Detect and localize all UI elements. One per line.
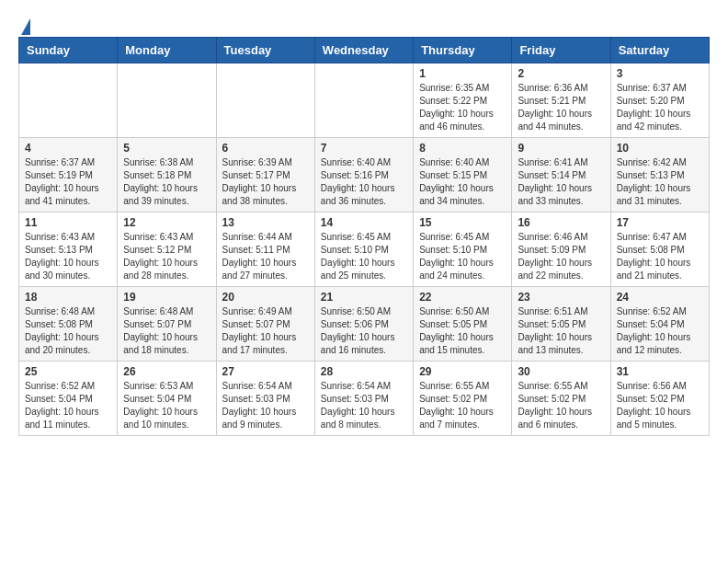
- calendar-cell: 19Sunrise: 6:48 AMSunset: 5:07 PMDayligh…: [118, 287, 216, 362]
- day-of-week-header: Thursday: [414, 38, 512, 63]
- day-number: 13: [222, 216, 309, 229]
- calendar-cell: 24Sunrise: 6:52 AMSunset: 5:04 PMDayligh…: [610, 287, 709, 362]
- day-number: 10: [617, 142, 703, 155]
- day-number: 21: [321, 291, 407, 304]
- day-info: Sunrise: 6:45 AMSunset: 5:10 PMDaylight:…: [321, 231, 407, 282]
- day-info: Sunrise: 6:48 AMSunset: 5:08 PMDaylight:…: [25, 305, 111, 357]
- calendar-cell: 8Sunrise: 6:40 AMSunset: 5:15 PMDaylight…: [414, 138, 512, 213]
- day-of-week-header: Saturday: [610, 38, 709, 63]
- day-number: 22: [419, 291, 506, 304]
- day-info: Sunrise: 6:44 AMSunset: 5:11 PMDaylight:…: [222, 231, 309, 282]
- day-number: 29: [419, 365, 506, 378]
- day-number: 24: [617, 291, 703, 304]
- calendar-cell: [216, 63, 314, 138]
- calendar-week-row: 4Sunrise: 6:37 AMSunset: 5:19 PMDaylight…: [19, 138, 710, 213]
- calendar-week-row: 25Sunrise: 6:52 AMSunset: 5:04 PMDayligh…: [19, 362, 710, 436]
- calendar-week-row: 11Sunrise: 6:43 AMSunset: 5:13 PMDayligh…: [19, 213, 710, 287]
- calendar-cell: 13Sunrise: 6:44 AMSunset: 5:11 PMDayligh…: [216, 213, 314, 287]
- day-number: 30: [518, 365, 604, 378]
- calendar-cell: 29Sunrise: 6:55 AMSunset: 5:02 PMDayligh…: [414, 362, 512, 436]
- calendar-cell: 3Sunrise: 6:37 AMSunset: 5:20 PMDaylight…: [610, 63, 709, 138]
- day-number: 3: [617, 67, 703, 80]
- calendar-cell: 15Sunrise: 6:45 AMSunset: 5:10 PMDayligh…: [414, 213, 512, 287]
- calendar-header-row: SundayMondayTuesdayWednesdayThursdayFrid…: [19, 38, 710, 63]
- calendar-cell: 1Sunrise: 6:35 AMSunset: 5:22 PMDaylight…: [414, 63, 512, 138]
- calendar-cell: 26Sunrise: 6:53 AMSunset: 5:04 PMDayligh…: [118, 362, 216, 436]
- calendar-cell: 20Sunrise: 6:49 AMSunset: 5:07 PMDayligh…: [216, 287, 314, 362]
- day-number: 1: [419, 67, 506, 80]
- day-number: 18: [25, 291, 111, 304]
- calendar-cell: [118, 63, 216, 138]
- calendar-cell: 11Sunrise: 6:43 AMSunset: 5:13 PMDayligh…: [19, 213, 118, 287]
- day-number: 25: [25, 365, 111, 378]
- calendar-cell: 25Sunrise: 6:52 AMSunset: 5:04 PMDayligh…: [19, 362, 118, 436]
- day-info: Sunrise: 6:37 AMSunset: 5:19 PMDaylight:…: [25, 156, 111, 208]
- day-info: Sunrise: 6:39 AMSunset: 5:17 PMDaylight:…: [222, 156, 309, 208]
- day-number: 16: [518, 216, 604, 229]
- calendar-cell: 6Sunrise: 6:39 AMSunset: 5:17 PMDaylight…: [216, 138, 314, 213]
- calendar-cell: 28Sunrise: 6:54 AMSunset: 5:03 PMDayligh…: [314, 362, 413, 436]
- calendar-cell: 22Sunrise: 6:50 AMSunset: 5:05 PMDayligh…: [414, 287, 512, 362]
- day-info: Sunrise: 6:48 AMSunset: 5:07 PMDaylight:…: [123, 305, 210, 357]
- day-info: Sunrise: 6:52 AMSunset: 5:04 PMDaylight:…: [25, 380, 111, 431]
- day-info: Sunrise: 6:36 AMSunset: 5:21 PMDaylight:…: [518, 82, 604, 133]
- day-info: Sunrise: 6:54 AMSunset: 5:03 PMDaylight:…: [222, 380, 309, 431]
- calendar-table: SundayMondayTuesdayWednesdayThursdayFrid…: [18, 37, 710, 436]
- calendar-cell: 27Sunrise: 6:54 AMSunset: 5:03 PMDayligh…: [216, 362, 314, 436]
- calendar-cell: 9Sunrise: 6:41 AMSunset: 5:14 PMDaylight…: [512, 138, 610, 213]
- day-info: Sunrise: 6:43 AMSunset: 5:12 PMDaylight:…: [123, 231, 210, 282]
- logo: [18, 18, 30, 29]
- day-number: 15: [419, 216, 506, 229]
- day-info: Sunrise: 6:55 AMSunset: 5:02 PMDaylight:…: [518, 380, 604, 431]
- calendar-cell: 14Sunrise: 6:45 AMSunset: 5:10 PMDayligh…: [314, 213, 413, 287]
- calendar-cell: 2Sunrise: 6:36 AMSunset: 5:21 PMDaylight…: [512, 63, 610, 138]
- day-info: Sunrise: 6:43 AMSunset: 5:13 PMDaylight:…: [25, 231, 111, 282]
- day-info: Sunrise: 6:53 AMSunset: 5:04 PMDaylight:…: [123, 380, 210, 431]
- logo-arrow-icon: [21, 18, 30, 35]
- day-number: 9: [518, 142, 604, 155]
- day-number: 5: [123, 142, 210, 155]
- day-of-week-header: Friday: [512, 38, 610, 63]
- day-number: 11: [25, 216, 111, 229]
- calendar-cell: 5Sunrise: 6:38 AMSunset: 5:18 PMDaylight…: [118, 138, 216, 213]
- day-info: Sunrise: 6:45 AMSunset: 5:10 PMDaylight:…: [419, 231, 506, 282]
- day-info: Sunrise: 6:56 AMSunset: 5:02 PMDaylight:…: [617, 380, 703, 431]
- day-number: 23: [518, 291, 604, 304]
- calendar-cell: 31Sunrise: 6:56 AMSunset: 5:02 PMDayligh…: [610, 362, 709, 436]
- day-number: 14: [321, 216, 407, 229]
- day-info: Sunrise: 6:42 AMSunset: 5:13 PMDaylight:…: [617, 156, 703, 208]
- calendar-cell: 30Sunrise: 6:55 AMSunset: 5:02 PMDayligh…: [512, 362, 610, 436]
- day-of-week-header: Monday: [118, 38, 216, 63]
- day-info: Sunrise: 6:47 AMSunset: 5:08 PMDaylight:…: [617, 231, 703, 282]
- day-number: 26: [123, 365, 210, 378]
- calendar-week-row: 18Sunrise: 6:48 AMSunset: 5:08 PMDayligh…: [19, 287, 710, 362]
- day-number: 17: [617, 216, 703, 229]
- calendar-cell: 21Sunrise: 6:50 AMSunset: 5:06 PMDayligh…: [314, 287, 413, 362]
- calendar-cell: 16Sunrise: 6:46 AMSunset: 5:09 PMDayligh…: [512, 213, 610, 287]
- day-info: Sunrise: 6:35 AMSunset: 5:22 PMDaylight:…: [419, 82, 506, 133]
- day-number: 2: [518, 67, 604, 80]
- day-number: 7: [321, 142, 407, 155]
- day-info: Sunrise: 6:49 AMSunset: 5:07 PMDaylight:…: [222, 305, 309, 357]
- day-info: Sunrise: 6:38 AMSunset: 5:18 PMDaylight:…: [123, 156, 210, 208]
- day-number: 8: [419, 142, 506, 155]
- day-number: 4: [25, 142, 111, 155]
- page-header: [18, 18, 710, 29]
- calendar-cell: 18Sunrise: 6:48 AMSunset: 5:08 PMDayligh…: [19, 287, 118, 362]
- day-info: Sunrise: 6:51 AMSunset: 5:05 PMDaylight:…: [518, 305, 604, 357]
- day-info: Sunrise: 6:40 AMSunset: 5:16 PMDaylight:…: [321, 156, 407, 208]
- day-number: 12: [123, 216, 210, 229]
- calendar-cell: 17Sunrise: 6:47 AMSunset: 5:08 PMDayligh…: [610, 213, 709, 287]
- day-info: Sunrise: 6:55 AMSunset: 5:02 PMDaylight:…: [419, 380, 506, 431]
- day-number: 27: [222, 365, 309, 378]
- day-info: Sunrise: 6:37 AMSunset: 5:20 PMDaylight:…: [617, 82, 703, 133]
- day-info: Sunrise: 6:50 AMSunset: 5:06 PMDaylight:…: [321, 305, 407, 357]
- day-number: 20: [222, 291, 309, 304]
- day-info: Sunrise: 6:40 AMSunset: 5:15 PMDaylight:…: [419, 156, 506, 208]
- day-info: Sunrise: 6:54 AMSunset: 5:03 PMDaylight:…: [321, 380, 407, 431]
- day-number: 6: [222, 142, 309, 155]
- day-of-week-header: Wednesday: [314, 38, 413, 63]
- calendar-week-row: 1Sunrise: 6:35 AMSunset: 5:22 PMDaylight…: [19, 63, 710, 138]
- calendar-cell: 7Sunrise: 6:40 AMSunset: 5:16 PMDaylight…: [314, 138, 413, 213]
- day-number: 28: [321, 365, 407, 378]
